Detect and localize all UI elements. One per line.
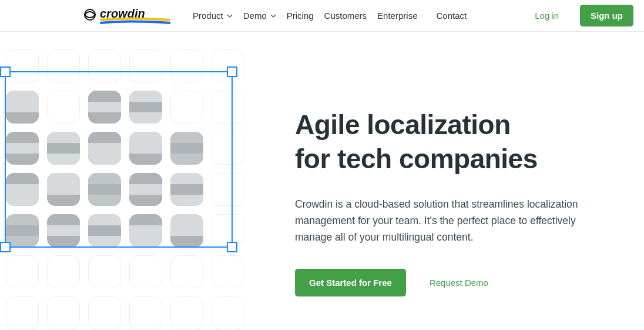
nav-enterprise[interactable]: Enterprise (377, 11, 417, 21)
flag-tile (170, 49, 203, 82)
flag-tile (129, 91, 162, 124)
flag-tile (212, 132, 244, 165)
nav-pricing[interactable]: Pricing (287, 11, 314, 21)
nav-customers[interactable]: Customers (324, 11, 367, 21)
flag-tile (6, 255, 39, 288)
nav-pricing-label: Pricing (287, 11, 314, 21)
flag-tile (129, 255, 162, 288)
nav-customers-label: Customers (324, 11, 367, 21)
flag-tile (47, 49, 80, 82)
hero-content: Agile localization for tech companies Cr… (288, 32, 644, 330)
flag-tile (47, 132, 80, 165)
chevron-down-icon (270, 13, 276, 19)
flag-tile (47, 173, 80, 206)
flag-grid (0, 49, 244, 329)
flag-tile (170, 173, 203, 206)
flag-tile (212, 255, 244, 288)
flag-tile (47, 296, 80, 329)
flag-tile (6, 91, 39, 124)
flag-tile (129, 132, 162, 165)
site-header: crowdin Product Demo Pricing Customers E… (0, 0, 644, 32)
hero-section: Agile localization for tech companies Cr… (0, 32, 644, 330)
flag-tile (129, 214, 162, 247)
flag-tile (47, 255, 80, 288)
flag-tile (212, 91, 244, 124)
flag-tile (6, 214, 39, 247)
flag-tile (212, 173, 244, 206)
flag-tile (88, 255, 121, 288)
flag-tile (47, 91, 80, 124)
hero-title-line2: for tech companies (295, 144, 538, 174)
flag-tile (129, 296, 162, 329)
flag-tile (88, 173, 121, 206)
flag-tile (6, 173, 39, 206)
flag-tile (170, 91, 203, 124)
flag-tile (6, 132, 39, 165)
flag-tile (170, 132, 203, 165)
signup-button[interactable]: Sign up (580, 5, 633, 26)
flag-tile (212, 49, 244, 82)
flag-tile (47, 214, 80, 247)
flag-tile (88, 91, 121, 124)
nav-product[interactable]: Product (193, 11, 233, 21)
nav-contact-label: Contact (436, 11, 467, 21)
flag-tile (170, 214, 203, 247)
flag-tile (129, 173, 162, 206)
hero-illustration (0, 32, 288, 330)
flag-tile (170, 296, 203, 329)
primary-nav: Product Demo Pricing Customers Enterpris… (193, 5, 633, 26)
get-started-button[interactable]: Get Started for Free (295, 269, 406, 296)
login-link[interactable]: Log in (535, 11, 559, 21)
crowdin-logo-icon: crowdin (82, 7, 176, 25)
nav-contact[interactable]: Contact (436, 11, 467, 21)
cta-row: Get Started for Free Request Demo (295, 269, 609, 296)
flag-tile (88, 49, 121, 82)
flag-tile (6, 49, 39, 82)
flag-tile (212, 214, 244, 247)
flag-tile (212, 296, 244, 329)
flag-tile (88, 214, 121, 247)
hero-title: Agile localization for tech companies (295, 108, 609, 176)
flag-tile (88, 296, 121, 329)
logo[interactable]: crowdin (82, 7, 176, 25)
nav-enterprise-label: Enterprise (377, 11, 417, 21)
nav-product-label: Product (193, 11, 223, 21)
flag-tile (170, 255, 203, 288)
nav-demo-label: Demo (243, 11, 267, 21)
flag-tile (88, 132, 121, 165)
request-demo-link[interactable]: Request Demo (430, 278, 488, 288)
hero-title-line1: Agile localization (295, 109, 511, 140)
flag-tile (129, 49, 162, 82)
chevron-down-icon (227, 13, 233, 19)
svg-point-0 (85, 9, 95, 20)
hero-description: Crowdin is a cloud-based solution that s… (295, 196, 601, 245)
flag-tile (6, 296, 39, 329)
nav-demo[interactable]: Demo (243, 11, 276, 21)
